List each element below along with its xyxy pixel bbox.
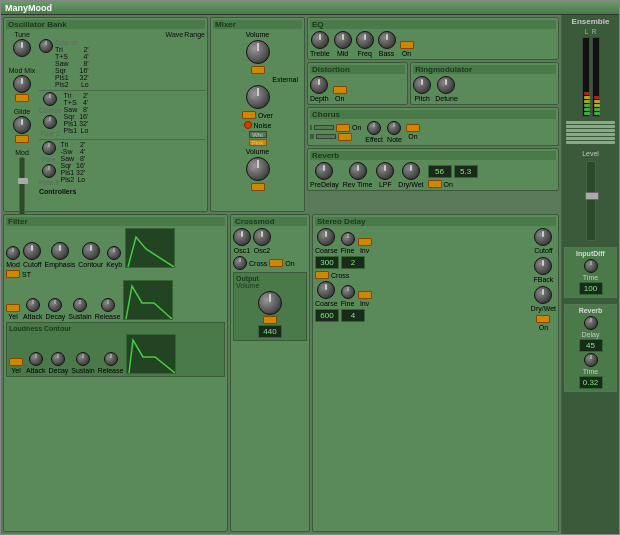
sd-f2-knob[interactable] <box>341 285 355 299</box>
vu-l-3 <box>584 104 590 107</box>
pink-btn[interactable]: Pink <box>249 139 267 146</box>
inputdiff-section: InputDiff Time 100 <box>564 247 617 298</box>
sd-f1-knob[interactable] <box>341 232 355 246</box>
mixer-vol1-knob[interactable] <box>246 40 270 64</box>
l-sus-knob[interactable] <box>76 352 90 366</box>
l-dec-knob[interactable] <box>51 352 65 366</box>
inputdiff-time-knob[interactable] <box>584 259 598 273</box>
lpf-knob[interactable] <box>376 162 394 180</box>
l-yel-btn[interactable] <box>9 358 23 366</box>
wht-btn[interactable]: Wht <box>249 131 267 138</box>
osc2-w2: T+S <box>64 99 78 106</box>
vu-l-4 <box>584 100 590 103</box>
rm-detune-knob[interactable] <box>437 76 455 94</box>
depth-knob[interactable] <box>310 76 328 94</box>
l-yel: Yel <box>9 358 23 374</box>
f-dec-knob[interactable] <box>48 298 62 312</box>
f-cont-knob[interactable] <box>82 242 100 260</box>
cm-on-btn[interactable] <box>269 259 283 267</box>
rev-time-knob[interactable] <box>349 162 367 180</box>
cm-osc2-knob[interactable] <box>253 228 271 246</box>
chorus-slider2[interactable] <box>316 134 336 139</box>
f-sus-knob[interactable] <box>73 298 87 312</box>
osc1-w1: Tri <box>55 46 78 53</box>
f-yel-btn[interactable] <box>6 304 20 312</box>
vu-r-1 <box>594 112 600 115</box>
chorus-effect-knob[interactable] <box>367 121 381 135</box>
inputdiff-time-lbl: Time <box>583 274 598 281</box>
tune-knob[interactable] <box>13 39 31 57</box>
mod-btn2[interactable] <box>15 135 29 143</box>
f-att-knob[interactable] <box>26 298 40 312</box>
sd-inv2-btn[interactable] <box>358 291 372 299</box>
output-vol-knob[interactable] <box>258 291 282 315</box>
rr-time-knob[interactable] <box>584 353 598 367</box>
rm-pitch-knob[interactable] <box>413 76 431 94</box>
cm-osc1-knob[interactable] <box>233 228 251 246</box>
osc2-coarse[interactable] <box>43 92 57 106</box>
osc2-fine[interactable] <box>43 115 57 129</box>
chorus-on1[interactable] <box>336 124 350 132</box>
spacer4 <box>39 31 164 38</box>
glide-knob[interactable] <box>13 116 31 134</box>
coarse-lbl1: Coarse <box>55 39 78 46</box>
osc1-coarse[interactable] <box>39 39 53 53</box>
sd-on-btn[interactable] <box>536 315 550 323</box>
mixer-label: Mixer <box>213 20 302 29</box>
f-keyb-knob[interactable] <box>107 246 121 260</box>
chorus-on-main[interactable] <box>406 124 420 132</box>
sd-cutoff-knob[interactable] <box>534 228 552 246</box>
mixer-vol3-knob[interactable] <box>246 157 270 181</box>
loudness-section: Loudness Contour Yel Attack <box>6 322 225 377</box>
filter-env-row: Yel Attack Decay Sustain <box>6 280 225 320</box>
osc1-w6: Pls2 <box>55 81 78 88</box>
mod-btn1[interactable] <box>15 94 29 102</box>
chorus-note-knob[interactable] <box>387 121 401 135</box>
bass-knob[interactable] <box>378 31 396 49</box>
f-rel-knob[interactable] <box>101 298 115 312</box>
level-fader[interactable] <box>586 161 596 241</box>
ch-r: R <box>591 28 596 35</box>
rev-on-btn[interactable] <box>428 180 442 188</box>
osc1-r1: 2' <box>83 46 88 53</box>
cm-osc2-lbl: Osc2 <box>254 247 270 254</box>
sd-drywet-knob[interactable] <box>534 286 552 304</box>
l-rel-knob[interactable] <box>104 352 118 366</box>
vu-l-1 <box>584 112 590 115</box>
osc3-fine[interactable] <box>42 164 56 178</box>
mixer-btn2[interactable] <box>242 111 256 119</box>
mod-label: Mod <box>15 149 29 156</box>
mod-mix-knob[interactable] <box>13 75 31 93</box>
output-btn[interactable] <box>263 316 277 324</box>
sd-fback-knob[interactable] <box>534 257 552 275</box>
osc3-coarse[interactable] <box>42 141 56 155</box>
rev-on-row: On <box>428 180 478 188</box>
coarse-lbl2: Coarse <box>39 107 62 114</box>
mixer-btn3[interactable] <box>251 183 265 191</box>
l-att-knob[interactable] <box>29 352 43 366</box>
freq-knob[interactable] <box>356 31 374 49</box>
f-mod-knob[interactable] <box>6 246 20 260</box>
eq-section: EQ Treble Mid <box>307 17 559 60</box>
cm-cross-knob[interactable] <box>233 256 247 270</box>
sd-cross-btn[interactable] <box>315 271 329 279</box>
predelay-knob[interactable] <box>315 162 333 180</box>
sd-inv1-btn[interactable] <box>358 238 372 246</box>
drywet-knob[interactable] <box>402 162 420 180</box>
rr-delay-knob[interactable] <box>584 316 598 330</box>
treble-knob[interactable] <box>311 31 329 49</box>
dist-on-btn[interactable] <box>333 86 347 94</box>
chorus-slider1[interactable] <box>314 125 334 130</box>
mixer-vol2-knob[interactable] <box>246 85 270 109</box>
mod-slider[interactable] <box>19 157 25 217</box>
f-emph-knob[interactable] <box>51 242 69 260</box>
sd-c2-knob[interactable] <box>317 281 335 299</box>
sd-c1-knob[interactable] <box>317 228 335 246</box>
wht-pink-toggle: Wht Pink <box>249 131 267 146</box>
f-cutoff-knob[interactable] <box>23 242 41 260</box>
eq-on-btn[interactable] <box>400 41 414 49</box>
chorus-on2[interactable] <box>338 133 352 141</box>
mid-knob[interactable] <box>334 31 352 49</box>
st-btn[interactable] <box>6 270 20 278</box>
mixer-btn1[interactable] <box>251 66 265 74</box>
